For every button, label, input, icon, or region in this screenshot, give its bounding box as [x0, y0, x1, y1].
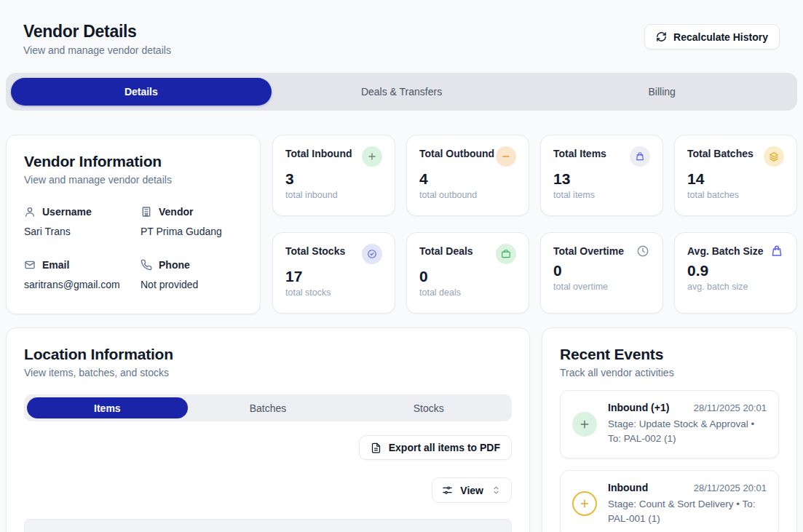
event-detail: Stage: Update Stock & Approval • To: PAL…	[608, 417, 767, 447]
field-username-label: Username	[42, 206, 92, 218]
location-information-subtitle: View items, batches, and stocks	[24, 367, 512, 378]
page-subtitle: View and manage vendor details	[23, 44, 171, 56]
export-pdf-label: Export all items to PDF	[389, 442, 500, 453]
field-username: Username Sari Trans	[24, 206, 141, 237]
stat-card-total-inbound: Total Inbound 3 total inbound	[272, 135, 395, 216]
field-username-value: Sari Trans	[24, 226, 141, 237]
minus-icon	[501, 151, 511, 162]
briefcase-icon	[501, 249, 511, 259]
page-title: Vendor Details	[23, 22, 171, 41]
layers-icon	[769, 151, 779, 162]
view-dropdown-button[interactable]: View	[432, 477, 512, 503]
recent-events-title: Recent Events	[560, 346, 779, 363]
phone-icon	[141, 259, 152, 271]
field-email-label: Email	[42, 259, 69, 271]
field-vendor: Vendor PT Prima Gudang	[141, 206, 242, 237]
location-information-card: Location Information View items, batches…	[6, 327, 530, 532]
view-dropdown-label: View	[460, 485, 483, 496]
field-vendor-value: PT Prima Gudang	[141, 226, 242, 237]
chevrons-up-down-icon	[491, 485, 502, 496]
page-header: Vendor Details View and manage vendor de…	[23, 22, 171, 56]
package-check-icon	[367, 249, 377, 259]
stat-card-total-stocks: Total Stocks 17 total stocks	[272, 232, 395, 314]
field-email-value: saritrans@gmail.com	[24, 279, 141, 290]
event-item-inbound-1[interactable]: Inbound (+1) 28/11/2025 20:01 Stage: Upd…	[560, 390, 779, 458]
event-detail: Stage: Count & Sort Delivery • To: PAL-0…	[608, 497, 767, 527]
vendor-information-card: Vendor Information View and manage vendo…	[6, 135, 261, 314]
tab-stocks[interactable]: Stocks	[348, 397, 509, 418]
tab-batches[interactable]: Batches	[188, 397, 349, 418]
file-text-icon	[371, 442, 381, 453]
field-phone: Phone Not provided	[141, 259, 242, 290]
field-email: Email saritrans@gmail.com	[24, 259, 141, 290]
plus-icon	[579, 498, 590, 509]
location-tabbar: Items Batches Stocks	[24, 394, 512, 421]
sliders-icon	[442, 485, 453, 496]
location-information-title: Location Information	[24, 346, 512, 363]
tab-details[interactable]: Details	[11, 78, 272, 106]
stat-card-total-overtime: Total Overtime 0 total overtime	[540, 232, 663, 314]
clock-icon	[636, 245, 649, 258]
event-timestamp: 28/11/2025 20:01	[694, 483, 767, 493]
main-tabbar: Details Deals & Transfers Billing	[6, 73, 797, 111]
recent-events-subtitle: Track all vendor activities	[560, 367, 779, 378]
recent-events-card: Recent Events Track all vendor activitie…	[542, 327, 797, 532]
stat-card-total-outbound: Total Outbound 4 total outbound	[406, 135, 529, 216]
mail-icon	[24, 259, 36, 271]
plus-icon	[579, 418, 590, 430]
event-item-inbound-2[interactable]: Inbound 28/11/2025 20:01 Stage: Count & …	[560, 470, 779, 532]
bag-icon	[770, 245, 783, 258]
field-vendor-label: Vendor	[159, 206, 193, 218]
vendor-fields: Username Sari Trans Vendor PT Prima Guda…	[24, 206, 242, 290]
stat-card-avg-batch-size: Avg. Batch Size 0.9 avg. batch size	[674, 232, 797, 314]
recalculate-history-label: Recalculate History	[673, 31, 768, 43]
user-icon	[24, 206, 36, 218]
event-title: Inbound	[608, 482, 648, 493]
event-title: Inbound (+1)	[608, 402, 669, 413]
export-pdf-button[interactable]: Export all items to PDF	[359, 435, 512, 460]
vendor-details-page: Vendor Details View and manage vendor de…	[0, 0, 803, 532]
vendor-information-title: Vendor Information	[24, 153, 242, 170]
stat-card-total-items: Total Items 13 total items	[540, 135, 663, 216]
building-icon	[141, 206, 152, 218]
tab-items[interactable]: Items	[27, 397, 188, 418]
stat-card-total-batches: Total Batches 14 total batches	[674, 135, 797, 216]
field-phone-value: Not provided	[141, 279, 242, 290]
items-table-header	[24, 519, 512, 532]
refresh-icon	[656, 31, 667, 42]
vendor-information-subtitle: View and manage vendor details	[24, 174, 242, 186]
stat-card-total-deals: Total Deals 0 total deals	[406, 232, 529, 314]
bag-icon	[635, 151, 645, 162]
event-timestamp: 28/11/2025 20:01	[694, 402, 767, 413]
recalculate-history-button[interactable]: Recalculate History	[644, 24, 780, 49]
tab-billing[interactable]: Billing	[531, 78, 792, 106]
field-phone-label: Phone	[159, 259, 190, 271]
tab-deals-transfers[interactable]: Deals & Transfers	[272, 78, 532, 106]
plus-icon	[367, 151, 377, 162]
